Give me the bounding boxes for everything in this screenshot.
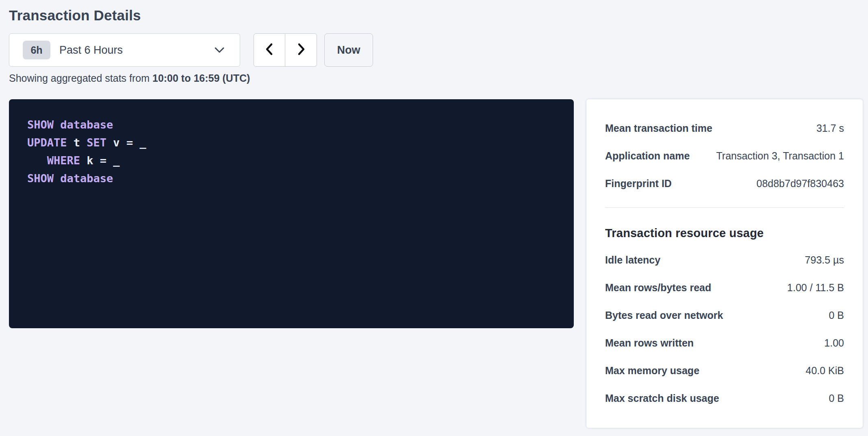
row-value: 793.5 µs — [805, 254, 844, 266]
sql-keyword: UPDATE — [27, 136, 67, 149]
sql-statement-box: SHOW databaseUPDATE t SET v = _ WHERE k … — [9, 99, 574, 328]
row-value: 1.00 / 11.5 B — [787, 282, 844, 294]
stats-line-range: 10:00 to 16:59 (UTC) — [152, 72, 250, 84]
chevron-left-icon — [263, 42, 276, 58]
row-value: 0 B — [829, 392, 844, 404]
sql-line: SHOW database — [27, 116, 562, 134]
time-range-select[interactable]: 6h Past 6 Hours — [9, 33, 240, 67]
chevron-right-icon — [295, 42, 307, 58]
row-value: 0 B — [829, 310, 844, 321]
row-label: Mean rows written — [605, 337, 694, 349]
time-range-badge: 6h — [23, 41, 50, 59]
sql-keyword: WHERE — [47, 154, 80, 167]
chevron-down-icon — [214, 46, 225, 54]
next-interval-button[interactable] — [285, 33, 317, 67]
time-range-label: Past 6 Hours — [59, 44, 123, 57]
sql-text: v = _ — [106, 136, 146, 149]
sql-line: SHOW database — [27, 170, 562, 187]
time-controls: 6h Past 6 Hours — [9, 33, 863, 67]
stats-line-prefix: Showing aggregated stats from — [9, 72, 152, 84]
transaction-details-page: Transaction Details 6h Past 6 Hours — [0, 0, 868, 428]
row-value: 40.0 KiB — [805, 365, 844, 377]
page-title: Transaction Details — [9, 7, 863, 24]
summary-row-fingerprint-id: Fingerprint ID 08d8b7d97f830463 — [605, 170, 844, 197]
sql-text: t — [67, 136, 87, 149]
resource-row-max-scratch-disk-usage: Max scratch disk usage 0 B — [605, 384, 844, 412]
sql-keyword: SET — [87, 136, 106, 149]
sql-code: SHOW databaseUPDATE t SET v = _ WHERE k … — [27, 116, 562, 187]
resource-row-bytes-read-over-network: Bytes read over network 0 B — [605, 301, 844, 329]
sql-text — [54, 172, 60, 185]
resource-usage-section-title: Transaction resource usage — [605, 220, 844, 246]
now-button[interactable]: Now — [324, 33, 373, 67]
prev-interval-button[interactable] — [254, 33, 285, 67]
summary-row-application-name: Application name Transaction 3, Transact… — [605, 142, 844, 170]
resource-row-mean-rows-bytes-read: Mean rows/bytes read 1.00 / 11.5 B — [605, 274, 844, 301]
sql-keyword: database — [60, 172, 113, 185]
sql-keyword: SHOW — [27, 172, 54, 185]
sql-text: k = _ — [80, 154, 120, 167]
row-label: Mean rows/bytes read — [605, 282, 711, 294]
row-label: Max scratch disk usage — [605, 392, 719, 404]
resource-row-mean-rows-written: Mean rows written 1.00 — [605, 329, 844, 357]
row-label: Mean transaction time — [605, 122, 712, 134]
row-label: Fingerprint ID — [605, 178, 672, 190]
sql-line: UPDATE t SET v = _ — [27, 134, 562, 152]
row-value: 08d8b7d97f830463 — [756, 178, 844, 190]
sql-text — [27, 154, 47, 167]
sql-keyword: database — [60, 118, 113, 131]
transaction-details-card: Mean transaction time 31.7 s Application… — [586, 99, 863, 428]
summary-row-mean-transaction-time: Mean transaction time 31.7 s — [605, 114, 844, 142]
main-content: SHOW databaseUPDATE t SET v = _ WHERE k … — [9, 99, 863, 428]
time-pager — [254, 33, 317, 67]
resource-row-max-memory-usage: Max memory usage 40.0 KiB — [605, 357, 844, 384]
aggregated-stats-line: Showing aggregated stats from 10:00 to 1… — [9, 72, 863, 84]
row-value: Transaction 3, Transaction 1 — [716, 150, 844, 162]
row-value: 1.00 — [824, 337, 844, 349]
row-label: Application name — [605, 150, 690, 162]
resource-row-idle-latency: Idle latency 793.5 µs — [605, 246, 844, 274]
sql-keyword: SHOW — [27, 118, 54, 131]
sql-line: WHERE k = _ — [27, 152, 562, 170]
row-value: 31.7 s — [816, 122, 844, 134]
sql-text — [54, 118, 60, 131]
row-label: Max memory usage — [605, 365, 699, 377]
row-label: Bytes read over network — [605, 310, 723, 321]
card-divider — [605, 207, 844, 208]
row-label: Idle latency — [605, 254, 660, 266]
